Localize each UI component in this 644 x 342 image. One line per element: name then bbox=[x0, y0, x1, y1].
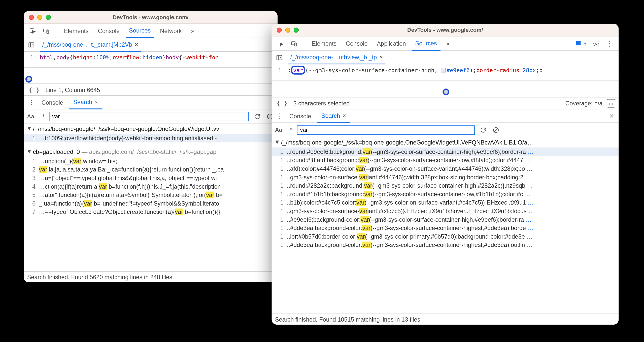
tab-network[interactable]: Network bbox=[157, 23, 185, 38]
tab-elements[interactable]: Elements bbox=[309, 36, 340, 51]
tab-elements[interactable]: Elements bbox=[60, 23, 92, 38]
minimize-window-button[interactable] bbox=[285, 27, 290, 32]
device-toggle-icon[interactable] bbox=[289, 38, 300, 49]
disclosure-icon[interactable]: ▼ bbox=[26, 125, 32, 132]
refresh-icon[interactable] bbox=[253, 112, 262, 121]
issues-badge[interactable]: 8 bbox=[573, 40, 588, 47]
drawer-tab-console[interactable]: Console bbox=[37, 96, 67, 109]
regex-toggle[interactable]: .* bbox=[286, 127, 293, 133]
file-tab-row: /_/mss/boq-one-…t,_stam,jMb2Vb × bbox=[24, 38, 278, 52]
tab-sources[interactable]: Sources bbox=[126, 23, 154, 38]
minimap-marker-icon bbox=[25, 76, 32, 83]
result-line[interactable]: 1..gm3-sys-color-on-surface-variant,#c4c… bbox=[272, 207, 619, 215]
result-file[interactable]: ▼/_/mss/boq-one-google/_/ss/k=boq-one-go… bbox=[24, 124, 278, 134]
zoom-window-button[interactable] bbox=[294, 27, 299, 32]
devtools-window-right: DevTools - www.google.com/ Elements Cons… bbox=[272, 24, 619, 325]
tab-application[interactable]: Application bbox=[374, 36, 409, 51]
drawer-tab-search[interactable]: Search × bbox=[317, 109, 350, 123]
result-line[interactable]: 1..#e9eef6;background-color:var(--gm3-sy… bbox=[272, 215, 619, 224]
match-case-toggle[interactable]: Aa bbox=[275, 127, 282, 133]
pretty-print-icon[interactable]: { } bbox=[27, 86, 41, 93]
close-search-tab-icon[interactable]: × bbox=[95, 99, 98, 105]
result-line[interactable]: 7 …==typeof Object.create?Object.create:… bbox=[24, 208, 278, 216]
file-tab[interactable]: /_/mss/boq-one-…uthview,_b,_tp × bbox=[288, 51, 385, 64]
code-line[interactable]: html,body{height:100%;overflow:hidden}bo… bbox=[36, 52, 278, 67]
disclosure-icon[interactable]: ▼ bbox=[274, 138, 280, 145]
result-file[interactable]: ▼/_/mss/boq-one-google/_/ss/k=boq-one-go… bbox=[272, 137, 619, 147]
code-editor[interactable]: 1 :var(--gm3-sys-color-surface-container… bbox=[272, 64, 619, 80]
device-toggle-icon[interactable] bbox=[41, 25, 52, 36]
disclosure-icon[interactable]: ▼ bbox=[26, 148, 32, 155]
tabs-overflow[interactable]: » bbox=[443, 36, 453, 51]
zoom-window-button[interactable] bbox=[46, 15, 51, 20]
search-input[interactable] bbox=[297, 125, 475, 134]
result-line[interactable]: 5 …ator",function(a){if(a)return a;a=Sym… bbox=[24, 191, 278, 199]
coverage-reload-icon[interactable] bbox=[607, 99, 615, 107]
search-row: Aa .* bbox=[272, 123, 619, 137]
svg-rect-3 bbox=[29, 42, 34, 47]
clear-icon[interactable] bbox=[492, 126, 500, 134]
svg-rect-13 bbox=[609, 103, 613, 105]
drawer-tab-console[interactable]: Console bbox=[285, 109, 315, 123]
drawer-header: ⋮ Console Search × bbox=[24, 96, 278, 109]
match-case-toggle[interactable]: Aa bbox=[27, 113, 34, 120]
file-tab-row: /_/mss/boq-one-…uthview,_b,_tp × bbox=[272, 51, 619, 65]
drawer-menu-icon[interactable]: ⋮ bbox=[275, 112, 284, 120]
tab-console[interactable]: Console bbox=[343, 36, 371, 51]
settings-icon[interactable] bbox=[591, 38, 602, 49]
more-menu-icon[interactable]: ⋮ bbox=[604, 38, 615, 49]
selection-status: 3 characters selected bbox=[293, 100, 350, 107]
result-line[interactable]: 2 var ia,ja,la,sa,ta,xa,ya,Ba;_.ca=funct… bbox=[24, 165, 278, 174]
minimap-marker-icon bbox=[443, 89, 449, 95]
status-bar: { } 3 characters selected Coverage: n/a bbox=[272, 97, 619, 109]
close-drawer-icon[interactable]: × bbox=[608, 112, 615, 120]
code-editor[interactable]: 1 html,body{height:100%;overflow:hidden}… bbox=[24, 52, 278, 68]
inspect-icon[interactable] bbox=[275, 38, 286, 49]
result-line[interactable]: 1..round:#e9eef6;background:var(--gm3-sy… bbox=[272, 148, 619, 156]
gutter: 1 bbox=[24, 52, 36, 67]
search-results: ▼/_/mss/boq-one-google/_/ss/k=boq-one-go… bbox=[272, 137, 619, 314]
window-title: DevTools - www.google.com/ bbox=[272, 27, 619, 33]
gutter: 1 bbox=[272, 64, 284, 80]
regex-toggle[interactable]: .* bbox=[38, 113, 45, 120]
result-line[interactable]: 1..#dde3ea;background-color:var(--gm3-sy… bbox=[272, 224, 619, 232]
result-line[interactable]: 1..round:#f8fafd;background:var(--gm3-sy… bbox=[272, 156, 619, 164]
file-tab[interactable]: /_/mss/boq-one-…t,_stam,jMb2Vb × bbox=[40, 38, 141, 51]
result-line[interactable]: 6 _.ua=function(a){var b="undefined"!=ty… bbox=[24, 199, 278, 208]
result-line[interactable]: 1 …unction(_){var window=this; bbox=[24, 157, 278, 165]
minimize-window-button[interactable] bbox=[37, 15, 42, 20]
refresh-icon[interactable] bbox=[479, 126, 488, 134]
close-file-tab-icon[interactable]: × bbox=[379, 54, 383, 61]
code-line[interactable]: :var(--gm3-sys-color-surface-container-h… bbox=[284, 64, 619, 80]
search-input[interactable] bbox=[49, 112, 249, 121]
result-line[interactable]: 1..lor:#0b57d0;border-color:var(--gm3-sy… bbox=[272, 232, 619, 241]
pretty-print-icon[interactable]: { } bbox=[275, 100, 289, 107]
close-window-button[interactable] bbox=[29, 15, 34, 20]
result-line[interactable]: 3 …a=["object"==typeof globalThis&&globa… bbox=[24, 174, 278, 182]
result-file[interactable]: ▼cb=gapi.loaded_0 — apis.google.com/_/sc… bbox=[24, 147, 278, 157]
result-line[interactable]: 1..b1b);color:#c4c7c5;color:var(--gm3-sy… bbox=[272, 198, 619, 207]
svg-rect-11 bbox=[277, 55, 282, 60]
tabs-overflow[interactable]: » bbox=[188, 23, 198, 38]
navigator-toggle-icon[interactable] bbox=[274, 52, 284, 62]
close-search-tab-icon[interactable]: × bbox=[343, 112, 346, 119]
close-file-tab-icon[interactable]: × bbox=[135, 41, 138, 48]
result-line[interactable]: 1..round:#1b1b1b;background:var(--gm3-sy… bbox=[272, 190, 619, 198]
close-window-button[interactable] bbox=[277, 27, 282, 32]
result-line[interactable]: 1..gm3-sys-color-on-surface-variant,#444… bbox=[272, 173, 619, 181]
drawer-tab-search[interactable]: Search × bbox=[69, 96, 102, 109]
navigator-toggle-icon[interactable] bbox=[26, 40, 36, 50]
inspect-icon[interactable] bbox=[27, 25, 38, 36]
tab-sources[interactable]: Sources bbox=[412, 36, 440, 51]
result-line[interactable]: 1..afd);color:#444746;color:var(--gm3-sy… bbox=[272, 164, 619, 173]
minimap-row bbox=[272, 87, 619, 97]
result-line[interactable]: 1..#dde3ea;background-color:var(--gm3-sy… bbox=[272, 241, 619, 249]
drawer-menu-icon[interactable]: ⋮ bbox=[27, 98, 36, 106]
tab-console[interactable]: Console bbox=[94, 23, 123, 38]
color-swatch-icon[interactable] bbox=[441, 68, 446, 72]
result-line[interactable]: 1 …t:100%;overflow:hidden}body{-webkit-f… bbox=[24, 134, 278, 142]
drawer-tab-search-label: Search bbox=[321, 112, 340, 119]
result-line[interactable]: 4 …ction(a){if(a)return a;var b=function… bbox=[24, 182, 278, 191]
result-line[interactable]: 1..round:#282a2c;background:var(--gm3-sy… bbox=[272, 181, 619, 190]
selected-var-token[interactable]: var bbox=[291, 66, 305, 74]
